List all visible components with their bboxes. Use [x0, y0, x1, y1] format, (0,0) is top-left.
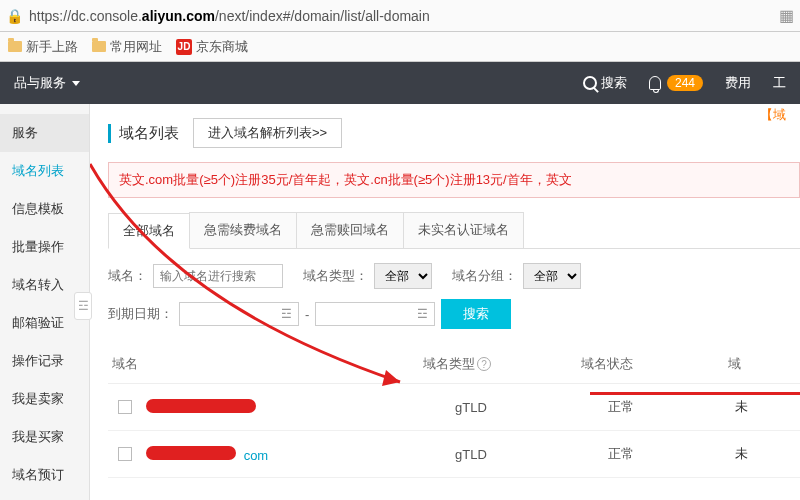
cell-domain[interactable] — [146, 399, 386, 416]
help-icon[interactable]: ? — [477, 357, 491, 371]
nav-search-label: 搜索 — [601, 74, 627, 92]
url-host: aliyun.com — [142, 8, 215, 24]
date-dash: - — [305, 307, 309, 322]
sidebar-item-op-log[interactable]: 操作记录 — [0, 342, 89, 380]
promo-banner: 英文.com批量(≥5个)注册35元/首年起，英文.cn批量(≥5个)注册13元… — [108, 162, 800, 198]
corner-link[interactable]: 【域 — [760, 106, 786, 124]
page-body: 服务 域名列表 信息模板 批量操作 域名转入 邮箱验证 操作记录 我是卖家 我是… — [0, 104, 800, 500]
url-path: /next/index#/domain/list/all-domain — [215, 8, 430, 24]
browser-address-bar: 🔒 https://dc.console.aliyun.com/next/ind… — [0, 0, 800, 32]
tab-redeem-urgent[interactable]: 急需赎回域名 — [296, 212, 404, 248]
redacted-icon — [146, 446, 236, 460]
main-content: 【域 域名列表 进入域名解析列表>> 英文.com批量(≥5个)注册35元/首年… — [90, 104, 800, 500]
filter-domain-label: 域名： — [108, 267, 147, 285]
th-domain: 域名 — [112, 355, 372, 373]
sidebar-item-domain-list[interactable]: 域名列表 — [0, 152, 89, 190]
filter-domain-input[interactable] — [153, 264, 283, 288]
th-last: 域 — [672, 355, 796, 373]
nav-more[interactable]: 工 — [773, 74, 786, 92]
url-text[interactable]: https://dc.console.aliyun.com/next/index… — [29, 8, 430, 24]
notification-badge: 244 — [667, 75, 703, 91]
cell-last: 未 — [686, 398, 796, 416]
nav-products-label: 品与服务 — [14, 74, 66, 92]
calendar-icon: ☲ — [417, 307, 428, 321]
folder-icon — [8, 41, 22, 52]
th-type: 域名类型? — [372, 355, 542, 373]
cell-last: 未 — [686, 445, 796, 463]
filters: 域名： 域名类型： 全部 域名分组： 全部 到期日期： ☲ - ☲ 搜索 — [108, 263, 800, 329]
folder-icon — [92, 41, 106, 52]
filter-expire-label: 到期日期： — [108, 305, 173, 323]
bell-icon — [649, 76, 661, 90]
filter-group-label: 域名分组： — [452, 267, 517, 285]
th-status: 域名状态 — [542, 355, 672, 373]
sidebar-item-info-template[interactable]: 信息模板 — [0, 190, 89, 228]
domain-table: 域名 域名类型? 域名状态 域 gTLD 正常 未 — [108, 345, 800, 478]
table-header: 域名 域名类型? 域名状态 域 — [108, 345, 800, 384]
sidebar-item-seller[interactable]: 我是卖家 — [0, 380, 89, 418]
bookmark-label: 京东商城 — [196, 38, 248, 56]
page-header: 域名列表 进入域名解析列表>> — [108, 118, 800, 148]
tab-unverified[interactable]: 未实名认证域名 — [403, 212, 524, 248]
nav-notifications[interactable]: 244 — [649, 75, 703, 91]
calendar-icon: ☲ — [281, 307, 292, 321]
filter-date-to[interactable]: ☲ — [315, 302, 435, 326]
bookmark-common-sites[interactable]: 常用网址 — [92, 38, 162, 56]
jd-icon: JD — [176, 39, 192, 55]
nav-fees[interactable]: 费用 — [725, 74, 751, 92]
annotation-underline — [590, 392, 800, 395]
bookmark-label: 常用网址 — [110, 38, 162, 56]
nav-search[interactable]: 搜索 — [583, 74, 627, 92]
bookmark-label: 新手上路 — [26, 38, 78, 56]
page-title: 域名列表 — [108, 124, 179, 143]
tab-all-domains[interactable]: 全部域名 — [108, 213, 190, 249]
table-row: com gTLD 正常 未 — [108, 431, 800, 478]
caret-down-icon — [72, 81, 80, 86]
filter-date-from[interactable]: ☲ — [179, 302, 299, 326]
filter-group-select[interactable]: 全部 — [523, 263, 581, 289]
bookmark-jd[interactable]: JD 京东商城 — [176, 38, 248, 56]
sidebar-item-domain-reserve[interactable]: 域名预订 — [0, 456, 89, 494]
filter-type-select[interactable]: 全部 — [374, 263, 432, 289]
row-checkbox[interactable] — [118, 447, 132, 461]
row-checkbox[interactable] — [118, 400, 132, 414]
search-button[interactable]: 搜索 — [441, 299, 511, 329]
qr-icon[interactable]: ▦ — [779, 6, 794, 25]
cell-type: gTLD — [386, 400, 556, 415]
tab-renew-urgent[interactable]: 急需续费域名 — [189, 212, 297, 248]
bookmarks-bar: 新手上路 常用网址 JD 京东商城 — [0, 32, 800, 62]
top-nav: 品与服务 搜索 244 费用 工 — [0, 62, 800, 104]
sidebar-item-batch-ops[interactable]: 批量操作 — [0, 228, 89, 266]
bookmark-newbie[interactable]: 新手上路 — [8, 38, 78, 56]
domain-tabs: 全部域名 急需续费域名 急需赎回域名 未实名认证域名 — [108, 212, 800, 249]
lock-icon: 🔒 — [6, 8, 23, 24]
cell-status: 正常 — [556, 398, 686, 416]
redacted-icon — [146, 399, 256, 413]
sidebar-item-buyer[interactable]: 我是买家 — [0, 418, 89, 456]
cell-domain[interactable]: com — [146, 446, 386, 463]
cell-status: 正常 — [556, 445, 686, 463]
search-icon — [583, 76, 597, 90]
sidebar-item-service[interactable]: 服务 — [0, 114, 89, 152]
url-prefix: https://dc.console. — [29, 8, 142, 24]
nav-products-services[interactable]: 品与服务 — [14, 74, 80, 92]
filter-type-label: 域名类型： — [303, 267, 368, 285]
cell-type: gTLD — [386, 447, 556, 462]
domain-suffix: com — [244, 448, 269, 463]
goto-dns-list-button[interactable]: 进入域名解析列表>> — [193, 118, 342, 148]
